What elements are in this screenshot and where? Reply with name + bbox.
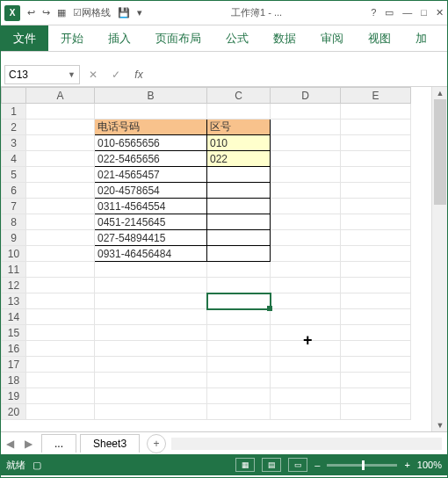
cell-D7[interactable] <box>271 199 341 214</box>
cell-C20[interactable] <box>207 404 271 420</box>
view-page-break-icon[interactable]: ▭ <box>288 458 307 472</box>
close-icon[interactable]: ✕ <box>436 7 444 18</box>
cell-D17[interactable] <box>271 357 341 373</box>
tab-insert[interactable]: 插入 <box>96 25 143 51</box>
cell-A9[interactable] <box>26 230 95 246</box>
row-header[interactable]: 17 <box>2 357 26 373</box>
cancel-icon[interactable]: ✕ <box>83 65 103 84</box>
cell-D8[interactable] <box>271 214 341 230</box>
cell-D10[interactable] <box>271 246 341 262</box>
cell-D14[interactable] <box>271 309 341 325</box>
cell-D18[interactable] <box>271 373 341 388</box>
cell-D6[interactable] <box>271 183 341 199</box>
zoom-slider[interactable] <box>327 464 397 467</box>
tab-addins[interactable]: 加 <box>403 25 439 51</box>
cell-B10[interactable]: 0931-46456484 <box>95 246 207 262</box>
col-header-A[interactable]: A <box>26 88 95 104</box>
cell-E15[interactable] <box>341 325 411 341</box>
cell-E13[interactable] <box>341 293 411 309</box>
cell-B6[interactable]: 020-4578654 <box>95 183 207 199</box>
row-header[interactable]: 5 <box>2 167 26 183</box>
cell-E3[interactable] <box>341 135 411 151</box>
cell-E2[interactable] <box>341 120 411 135</box>
cell-E9[interactable] <box>341 230 411 246</box>
row-header[interactable]: 14 <box>2 309 26 325</box>
cell-C13[interactable] <box>207 293 271 309</box>
cell-A5[interactable] <box>26 167 95 183</box>
cell-A3[interactable] <box>26 135 95 151</box>
cell-B2[interactable]: 电话号码 <box>95 120 207 135</box>
undo-icon[interactable]: ↩ <box>27 7 35 18</box>
cell-B5[interactable]: 021-4565457 <box>95 167 207 183</box>
cell-E4[interactable] <box>341 151 411 167</box>
row-header[interactable]: 6 <box>2 183 26 199</box>
tab-file[interactable]: 文件 <box>1 25 48 51</box>
col-header-C[interactable]: C <box>207 88 271 104</box>
view-normal-icon[interactable]: ▦ <box>235 458 255 472</box>
row-header[interactable]: 15 <box>2 325 26 341</box>
enter-icon[interactable]: ✓ <box>106 65 126 84</box>
cell-C7[interactable] <box>207 199 271 214</box>
cell-A20[interactable] <box>26 404 95 420</box>
cell-D1[interactable] <box>271 104 341 120</box>
scroll-thumb[interactable] <box>434 99 446 205</box>
row-header[interactable]: 3 <box>2 135 26 151</box>
maximize-icon[interactable]: □ <box>421 7 427 18</box>
cell-C8[interactable] <box>207 214 271 230</box>
add-sheet-button[interactable]: + <box>147 434 166 453</box>
view-page-layout-icon[interactable]: ▤ <box>262 458 281 472</box>
cell-D16[interactable] <box>271 341 341 357</box>
tab-formulas[interactable]: 公式 <box>213 25 261 51</box>
cell-C19[interactable] <box>207 388 271 404</box>
zoom-out-button[interactable]: – <box>314 460 320 470</box>
cell-E6[interactable] <box>341 183 411 199</box>
cell-C9[interactable] <box>207 230 271 246</box>
cell-A17[interactable] <box>26 357 95 373</box>
tab-home[interactable]: 开始 <box>48 25 96 51</box>
row-header[interactable]: 4 <box>2 151 26 167</box>
cell-D5[interactable] <box>271 167 341 183</box>
cell-C18[interactable] <box>207 373 271 388</box>
cell-B20[interactable] <box>95 404 207 420</box>
save-icon[interactable]: 💾 <box>118 7 130 18</box>
cell-D2[interactable] <box>271 120 341 135</box>
redo-icon[interactable]: ↪ <box>42 7 50 18</box>
row-header[interactable]: 7 <box>2 199 26 214</box>
cell-D11[interactable] <box>271 262 341 278</box>
scroll-down-icon[interactable]: ▼ <box>432 419 447 431</box>
cell-A6[interactable] <box>26 183 95 199</box>
cell-B12[interactable] <box>95 278 207 293</box>
tab-data[interactable]: 数据 <box>261 25 308 51</box>
cell-B8[interactable]: 0451-2145645 <box>95 214 207 230</box>
cell-D9[interactable] <box>271 230 341 246</box>
cell-E8[interactable] <box>341 214 411 230</box>
cell-A12[interactable] <box>26 278 95 293</box>
gridlines-checkbox[interactable]: ☑ 网格线 <box>73 6 111 19</box>
qat-more-icon[interactable]: ▾ <box>137 7 142 18</box>
cell-C15[interactable] <box>207 325 271 341</box>
cell-B7[interactable]: 0311-4564554 <box>95 199 207 214</box>
cell-E5[interactable] <box>341 167 411 183</box>
cell-B17[interactable] <box>95 357 207 373</box>
cell-C6[interactable] <box>207 183 271 199</box>
cell-D12[interactable] <box>271 278 341 293</box>
grid-icon[interactable]: ▦ <box>57 7 66 18</box>
cell-E20[interactable] <box>341 404 411 420</box>
vertical-scrollbar[interactable]: ▲ ▼ <box>431 87 447 431</box>
cell-C10[interactable] <box>207 246 271 262</box>
name-box-dropdown-icon[interactable]: ▼ <box>68 70 76 79</box>
cell-C12[interactable] <box>207 278 271 293</box>
row-header[interactable]: 18 <box>2 373 26 388</box>
col-header-E[interactable]: E <box>341 88 411 104</box>
zoom-level[interactable]: 100% <box>417 460 442 470</box>
macro-record-icon[interactable]: ▢ <box>33 460 41 471</box>
cell-D3[interactable] <box>271 135 341 151</box>
cell-B14[interactable] <box>95 309 207 325</box>
tab-review[interactable]: 审阅 <box>308 25 356 51</box>
cell-C3[interactable]: 010 <box>207 135 271 151</box>
cell-D13[interactable] <box>271 293 341 309</box>
row-header[interactable]: 1 <box>2 104 26 120</box>
cell-B18[interactable] <box>95 373 207 388</box>
cell-C4[interactable]: 022 <box>207 151 271 167</box>
zoom-in-button[interactable]: + <box>404 460 409 470</box>
